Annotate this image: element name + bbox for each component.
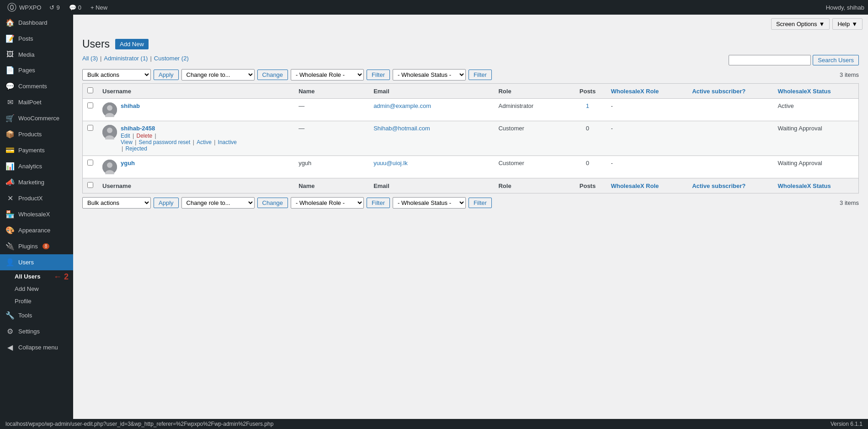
wholesale-role-select-bottom[interactable]: - Wholesale Role - — [291, 197, 364, 209]
submenu-all-users[interactable]: All Users ← 2 — [0, 270, 73, 283]
sidebar-item-dashboard[interactable]: 🏠 Dashboard — [0, 15, 73, 31]
role-cell-shihab: Administrator — [494, 99, 569, 121]
username-link-yguh[interactable]: yguh — [121, 160, 135, 166]
products-icon: 📦 — [5, 130, 15, 139]
sidebar-item-analytics[interactable]: 📊 Analytics — [0, 158, 73, 174]
bulk-actions-select-top[interactable]: Bulk actions — [82, 69, 151, 80]
row-checkbox-shihab[interactable] — [87, 102, 93, 108]
tf-posts[interactable]: Posts — [569, 178, 606, 193]
tf-role[interactable]: Role — [494, 178, 569, 193]
tf-active-subscriber[interactable]: Active subscriber? — [687, 178, 773, 193]
sidebar-item-mailpoet[interactable]: ✉ MailPoet — [0, 94, 73, 110]
wholesale-role-select-top[interactable]: - Wholesale Role - — [291, 69, 364, 80]
th-name[interactable]: Name — [294, 84, 369, 99]
filter-button-top-1[interactable]: Filter — [367, 70, 390, 80]
sidebar-item-comments[interactable]: 💬 Comments — [0, 78, 73, 94]
sidebar-item-productx[interactable]: ✕ ProductX — [0, 190, 73, 206]
sidebar-item-wholesalex[interactable]: 🏪 WholesaleX — [0, 206, 73, 222]
apply-button-bottom[interactable]: Apply — [154, 198, 179, 208]
sidebar-item-products[interactable]: 📦 Products — [0, 126, 73, 142]
email-link-shihab2458[interactable]: Shihab@hotmail.com — [373, 125, 430, 132]
site-name[interactable]: WPXPO — [19, 4, 41, 11]
email-link-yguh[interactable]: yuuu@uioj.lk — [373, 160, 408, 166]
wholesale-status-select-bottom[interactable]: - Wholesale Status - — [393, 197, 466, 209]
search-users-button[interactable]: Search Users — [813, 55, 859, 65]
wholesale-status-select-top[interactable]: - Wholesale Status - — [393, 69, 466, 80]
svg-point-7 — [107, 162, 112, 168]
filter-button-bottom-1[interactable]: Filter — [367, 198, 390, 208]
sidebar-item-marketing[interactable]: 📣 Marketing — [0, 174, 73, 190]
tf-wholesalex-role[interactable]: WholesaleX Role — [606, 178, 687, 193]
filter-customer[interactable]: Customer (2) — [154, 55, 189, 62]
sidebar-item-users[interactable]: 👤 Users 1 ↓ — [0, 254, 73, 270]
username-link-shihab2458[interactable]: shihab-2458 — [121, 125, 237, 132]
active-link-shihab2458[interactable]: Active — [197, 139, 212, 145]
apply-button-top[interactable]: Apply — [154, 70, 179, 80]
users-tbody: shihab — admin@example.com Administrator… — [83, 99, 859, 178]
plugins-badge: 8 — [43, 243, 50, 249]
rejected-link-shihab2458[interactable]: Rejected — [125, 145, 147, 152]
sidebar-item-appearance[interactable]: 🎨 Appearance — [0, 222, 73, 238]
th-email[interactable]: Email — [369, 84, 494, 99]
sidebar-item-tools[interactable]: 🔧 Tools — [0, 307, 73, 323]
sidebar-item-plugins[interactable]: 🔌 Plugins 8 — [0, 238, 73, 254]
select-all-checkbox-top[interactable] — [87, 87, 93, 93]
th-wholesalex-status[interactable]: WholesaleX Status — [773, 84, 858, 99]
content-area: All (3) | Administrator (1) | Customer (… — [73, 55, 868, 220]
sidebar-item-label: Products — [18, 131, 42, 138]
wp-logo[interactable]: ⓪ WPXPO — [4, 1, 45, 14]
sidebar-item-label: Comments — [18, 83, 47, 90]
row-checkbox-shihab2458[interactable] — [87, 125, 93, 131]
add-new-button[interactable]: Add New — [115, 39, 149, 49]
submenu-profile[interactable]: Profile — [0, 295, 73, 307]
sidebar-item-label: Posts — [18, 35, 33, 42]
sidebar-item-pages[interactable]: 📄 Pages — [0, 62, 73, 78]
tf-username[interactable]: Username — [98, 178, 294, 193]
inactive-link-shihab2458[interactable]: Inactive — [218, 139, 237, 145]
sidebar-item-settings[interactable]: ⚙ Settings — [0, 323, 73, 339]
th-wholesalex-role[interactable]: WholesaleX Role — [606, 84, 687, 99]
tf-checkbox — [83, 178, 98, 193]
username-link-shihab[interactable]: shihab — [121, 102, 140, 109]
th-active-subscriber[interactable]: Active subscriber? — [687, 84, 773, 99]
select-all-checkbox-bottom[interactable] — [87, 182, 93, 188]
sidebar-item-posts[interactable]: 📝 Posts — [0, 31, 73, 47]
row-actions-shihab2458: Edit | Delete | View | Send password res… — [121, 133, 237, 152]
change-role-select-bottom[interactable]: Change role to... — [181, 197, 255, 209]
th-role[interactable]: Role — [494, 84, 569, 99]
tf-wholesalex-status[interactable]: WholesaleX Status — [773, 178, 858, 193]
posts-link-shihab[interactable]: 1 — [586, 102, 589, 109]
search-input[interactable] — [729, 55, 811, 65]
screen-options-button[interactable]: Screen Options ▼ — [771, 18, 830, 30]
comments-item[interactable]: 💬 0 — [64, 4, 86, 11]
sidebar-item-collapse[interactable]: ◀ Collapse menu — [0, 339, 73, 355]
send-password-link-shihab2458[interactable]: Send password reset — [139, 139, 191, 145]
sidebar-item-payments[interactable]: 💳 Payments — [0, 142, 73, 158]
help-button[interactable]: Help ▼ — [832, 18, 863, 30]
new-item[interactable]: + New — [86, 4, 112, 11]
change-button-bottom[interactable]: Change — [257, 198, 288, 208]
role-cell-yguh: Customer — [494, 156, 569, 178]
th-username[interactable]: Username — [98, 84, 294, 99]
view-link-shihab2458[interactable]: View — [121, 139, 133, 145]
filter-button-bottom-2[interactable]: Filter — [469, 198, 492, 208]
email-link-shihab[interactable]: admin@example.com — [373, 102, 431, 109]
tf-email[interactable]: Email — [369, 178, 494, 193]
th-posts[interactable]: Posts — [569, 84, 606, 99]
filter-all[interactable]: All (3) — [82, 55, 98, 62]
email-cell-shihab2458: Shihab@hotmail.com — [369, 121, 494, 156]
submenu-add-new[interactable]: Add New — [0, 283, 73, 295]
sidebar-item-woocommerce[interactable]: 🛒 WooCommerce — [0, 110, 73, 126]
updates-item[interactable]: ↺ 9 — [45, 4, 64, 11]
edit-link-shihab2458[interactable]: Edit — [121, 133, 130, 139]
filter-button-top-2[interactable]: Filter — [469, 70, 492, 80]
filter-administrator[interactable]: Administrator (1) — [104, 55, 148, 62]
row-checkbox-yguh[interactable] — [87, 160, 93, 166]
tf-name[interactable]: Name — [294, 178, 369, 193]
bulk-actions-select-bottom[interactable]: Bulk actions — [82, 197, 151, 209]
delete-link-shihab2458[interactable]: Delete — [136, 133, 152, 139]
sidebar-item-media[interactable]: 🖼 Media — [0, 47, 73, 62]
change-role-select-top[interactable]: Change role to... — [181, 69, 255, 80]
posts-cell-yguh: 0 — [569, 156, 606, 178]
change-button-top[interactable]: Change — [257, 70, 288, 80]
